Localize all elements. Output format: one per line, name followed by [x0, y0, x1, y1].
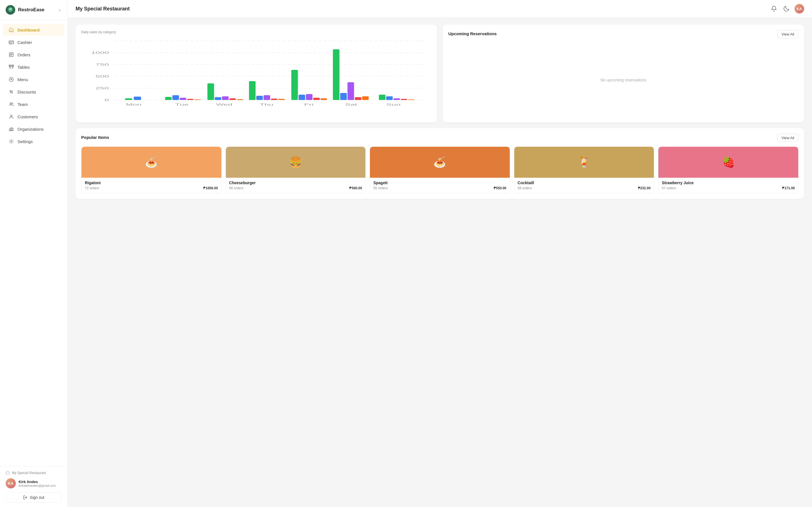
svg-rect-20	[12, 128, 13, 131]
bell-icon	[771, 6, 777, 12]
svg-rect-34	[125, 98, 132, 100]
settings-icon	[8, 138, 14, 144]
chart-container: 0 250 500 750 1000	[81, 38, 432, 117]
item-image: 🍹	[514, 147, 654, 178]
cashier-icon	[8, 40, 14, 45]
team-icon	[8, 101, 14, 107]
svg-rect-37	[172, 95, 179, 100]
svg-rect-3	[9, 41, 13, 44]
list-item: 🍝 Rigatoni 72 orders ₱1656.00	[81, 147, 221, 193]
item-image: 🍝	[370, 147, 510, 178]
item-orders: 72 orders	[85, 186, 99, 190]
svg-text:Mon: Mon	[126, 103, 142, 107]
sidebar-item-menu[interactable]: Menu	[3, 73, 64, 86]
svg-rect-53	[306, 94, 312, 100]
user-name: Kirk Andes	[18, 480, 62, 484]
svg-rect-47	[256, 96, 263, 100]
topbar: My Special Restaurant KA	[68, 0, 812, 18]
sidebar-item-settings[interactable]: Settings	[3, 135, 64, 147]
svg-rect-59	[355, 97, 361, 100]
reservations-card: Upcoming Reservations View All No upcomi…	[443, 24, 804, 122]
svg-point-12	[11, 79, 12, 80]
svg-rect-56	[333, 49, 340, 100]
moon-icon	[783, 6, 790, 12]
svg-rect-5	[11, 43, 12, 43]
sidebar-item-tables[interactable]: Tables	[3, 61, 64, 73]
svg-rect-42	[215, 97, 221, 100]
organizations-icon	[8, 126, 14, 132]
reservations-header: Upcoming Reservations View All	[448, 30, 799, 38]
item-orders: 58 orders	[518, 186, 532, 190]
sidebar-collapse-button[interactable]: ‹	[58, 6, 62, 14]
topbar-avatar[interactable]: KA	[795, 4, 804, 13]
svg-rect-35	[134, 97, 141, 100]
tables-icon	[8, 64, 14, 70]
main-content: My Special Restaurant KA Daily sales by …	[68, 0, 812, 507]
svg-rect-62	[386, 96, 393, 100]
sales-chart-card: Daily sales by category 0 250 500	[75, 24, 437, 122]
svg-rect-45	[237, 99, 243, 100]
svg-rect-57	[340, 93, 347, 100]
svg-text:250: 250	[96, 87, 109, 90]
sidebar-item-organizations[interactable]: Organizations	[3, 123, 64, 135]
app-name: RestroEase	[18, 7, 45, 13]
bar-chart: 0 250 500 750 1000	[81, 38, 432, 117]
item-name: Strawberry Juice	[662, 180, 795, 185]
sign-out-label: Sign out	[30, 495, 44, 500]
sidebar-item-label-cashier: Cashier	[17, 40, 32, 45]
sidebar-item-discounts[interactable]: Discounts	[3, 86, 64, 98]
svg-text:Sat: Sat	[345, 103, 357, 107]
svg-point-17	[10, 115, 12, 117]
sidebar-item-orders[interactable]: Orders	[3, 49, 64, 61]
svg-rect-55	[320, 98, 327, 100]
svg-rect-41	[207, 83, 214, 100]
svg-rect-58	[347, 82, 354, 100]
item-name: Cocktaill	[518, 180, 651, 185]
svg-rect-38	[180, 98, 186, 100]
svg-text:Sun: Sun	[386, 103, 401, 107]
list-item: 🍝 Spageti 55 orders ₱550.00	[370, 147, 510, 193]
svg-text:0: 0	[104, 98, 109, 102]
sidebar-item-dashboard[interactable]: Dashboard	[3, 24, 64, 36]
sidebar-item-customers[interactable]: Customers	[3, 111, 64, 122]
item-image: 🍔	[226, 147, 366, 178]
sidebar-item-cashier[interactable]: Cashier	[3, 36, 64, 48]
svg-rect-51	[291, 70, 298, 100]
sidebar-item-label-settings: Settings	[17, 139, 33, 144]
svg-point-2	[9, 8, 12, 10]
item-orders: 56 orders	[229, 186, 244, 190]
reservations-view-all-button[interactable]: View All	[777, 30, 799, 38]
item-price: ₱560.00	[349, 186, 362, 190]
svg-point-15	[10, 103, 11, 104]
svg-text:750: 750	[96, 63, 109, 66]
sign-out-button[interactable]: Sign out	[6, 492, 62, 503]
svg-rect-44	[229, 98, 236, 100]
svg-rect-63	[393, 98, 400, 100]
chart-subtitle: Daily sales by category	[81, 30, 432, 34]
sidebar-navigation: Dashboard Cashier Orders	[0, 20, 67, 466]
svg-rect-40	[194, 100, 201, 100]
top-cards-row: Daily sales by category 0 250 500	[75, 24, 804, 122]
popular-items-view-all-button[interactable]: View All	[777, 134, 799, 142]
list-item: 🍹 Cocktaill 58 orders ₱232.00	[514, 147, 654, 193]
sidebar-item-team[interactable]: Team	[3, 98, 64, 110]
sidebar-bottom: My Special Restaurant KA Kirk Andes kirk…	[0, 466, 67, 507]
sidebar-item-label-menu: Menu	[17, 77, 28, 82]
svg-rect-50	[278, 99, 285, 100]
svg-rect-46	[249, 81, 255, 100]
sidebar: RestroEase ‹ Dashboard Cashier	[0, 0, 68, 507]
customers-icon	[8, 114, 14, 119]
items-grid: 🍝 Rigatoni 72 orders ₱1656.00 🍔 Cheesebu…	[81, 147, 799, 193]
sidebar-item-label-orders: Orders	[17, 52, 31, 57]
svg-rect-39	[187, 99, 193, 100]
notification-button[interactable]	[770, 4, 778, 13]
item-name: Rigatoni	[85, 180, 218, 185]
popular-items-card: Popular Items View All 🍝 Rigatoni 72 ord…	[75, 128, 804, 199]
svg-rect-18	[9, 129, 11, 131]
theme-toggle-button[interactable]	[782, 4, 791, 13]
svg-text:500: 500	[96, 75, 109, 78]
svg-text:Wed: Wed	[216, 103, 232, 107]
svg-point-14	[11, 92, 13, 93]
item-name: Cheeseburger	[229, 180, 362, 185]
sidebar-item-label-organizations: Organizations	[17, 127, 44, 131]
